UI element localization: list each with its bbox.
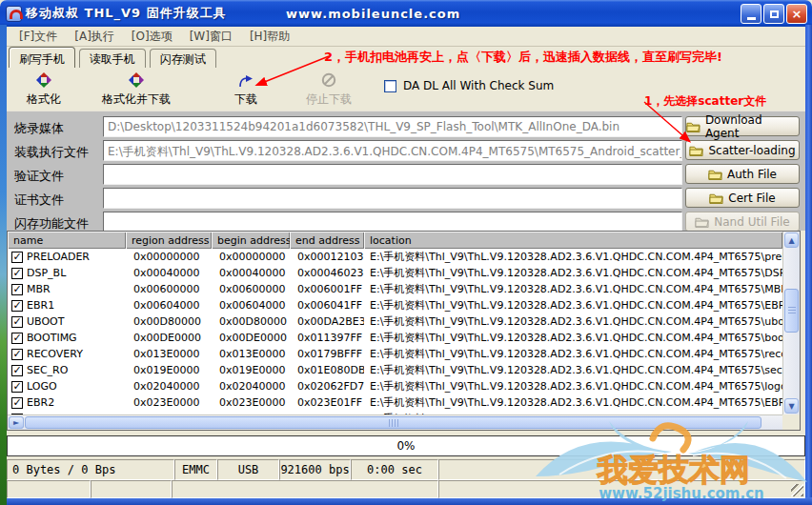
stop-download-button[interactable]: 停止下载 [294,71,363,108]
partition-checkbox[interactable]: ✓ [11,349,23,360]
auth-file-field[interactable] [103,164,682,185]
partition-checkbox[interactable]: ✓ [11,365,23,376]
folder-icon [695,216,709,228]
table-row[interactable]: ✓EBR2 0x023E0000 0x023E0000 0x023E01FF E… [8,394,782,411]
minimize-button[interactable] [741,4,761,24]
menubar: [F]文件 [A]执行 [O]选项 [W]窗口 [H]帮助 [7,27,805,47]
download-agent-label: 烧录媒体 [14,120,64,137]
partition-checkbox[interactable]: ✓ [11,252,23,263]
stop-download-label: 停止下载 [306,91,352,108]
folder-icon [708,169,722,180]
stop-download-icon [321,71,336,88]
table-row[interactable]: ✓LOGO 0x02040000 0x02040000 0x02062FD7 E… [8,378,782,394]
status-empty [172,480,438,498]
cert-file-label: 证书文件 [14,192,64,209]
format-and-download-label: 格式化并下载 [102,91,171,108]
status-baud-rate: 921600 bps [279,459,351,480]
download-agent-field[interactable]: D:\Desktop\1203311524b94201a1d6073582\TH… [103,116,682,137]
menu-action[interactable]: [A]执行 [66,27,123,47]
scroll-down-icon: ▼ [788,402,794,411]
status-storage-type: EMMC [174,459,217,480]
flash-tool-window: 移动叔叔 THL_V9 固件升级工具 www.mobileuncle.com ×… [0,0,812,505]
nand-util-file-field[interactable] [103,212,682,232]
nand-util-file-button[interactable]: Nand Util File [685,212,800,232]
status-connection: USB [217,459,279,480]
statusbar-row1: 0 Bytes / 0 Bps EMMC USB 921600 bps 0:00… [7,459,805,480]
resize-grip[interactable] [791,484,803,496]
cert-file-button[interactable]: Cert File [685,188,800,208]
table-row[interactable]: ✓MBR 0x00600000 0x00600000 0x006001FF E:… [8,281,782,297]
table-row[interactable]: ✓RECOVERY 0x013E0000 0x013E0000 0x0179BF… [8,346,782,362]
partition-checkbox[interactable]: ✓ [11,397,23,409]
scroll-down-button[interactable]: ▼ [784,398,799,414]
vertical-scrollbar[interactable]: ▲ ▼ [782,232,800,414]
status-empty [91,480,172,498]
col-name[interactable]: name [8,232,126,249]
maximize-icon [770,10,779,18]
window-title: 移动叔叔 THL_V9 固件升级工具 [26,5,227,22]
auth-file-button[interactable]: Auth File [685,164,800,184]
partition-checkbox[interactable]: ✓ [11,381,23,393]
maximize-button[interactable] [763,4,784,24]
scroll-right-button[interactable]: ► [9,416,24,429]
table-row[interactable]: ✓SEC_RO 0x019E0000 0x019E0000 0x01E080DB… [8,362,782,378]
partition-checkbox[interactable]: ✓ [11,316,23,328]
auth-file-label: 验证文件 [14,168,64,185]
menu-options[interactable]: [O]选项 [123,27,181,47]
download-agent-button[interactable]: Download Agent [685,116,800,136]
partition-table-header: name region address begin address end ad… [8,232,782,249]
window-bottom-border [7,497,812,505]
cert-file-field[interactable] [103,188,682,209]
table-row[interactable]: ✓DSP_BL 0x00040000 0x00040000 0x00046023… [8,265,782,281]
download-button[interactable]: 下载 [218,71,274,108]
col-begin-address[interactable]: begin address [212,232,290,249]
horizontal-scrollbar-thumb[interactable] [25,416,761,429]
scroll-up-icon: ▲ [788,236,794,245]
col-end-address[interactable]: end address [290,232,364,249]
folder-icon [689,145,703,156]
table-row[interactable]: ✓EBR1 0x00604000 0x00604000 0x006041FF E… [8,297,782,313]
partition-checkbox[interactable]: ✓ [11,300,23,312]
status-transfer: 0 Bytes / 0 Bps [7,459,174,480]
format-label: 格式化 [27,91,61,108]
partition-table: name region address begin address end ad… [7,231,801,431]
status-empty [7,480,91,498]
tab-memory-test[interactable]: 闪存测试 [150,49,216,68]
menu-file[interactable]: [F]文件 [10,27,66,47]
partition-checkbox[interactable]: ✓ [11,333,23,344]
menu-help[interactable]: [H]帮助 [241,27,298,47]
status-elapsed-time: 0:00 sec [351,459,438,480]
table-row[interactable]: ✓BOOTIMG 0x00DE0000 0x00DE0000 0x011397F… [8,330,782,346]
partition-checkbox[interactable]: ✓ [11,268,23,279]
annotation-step1: 1，先选择scatter文件 [644,93,766,110]
table-row[interactable]: ✓UBOOT 0x00D80000 0x00D80000 0x00DA2BE3 … [8,313,782,330]
format-and-download-button[interactable]: 格式化并下载 [91,71,182,108]
scroll-up-button[interactable]: ▲ [784,232,799,248]
format-button[interactable]: 格式化 [14,71,73,108]
tab-read-phone[interactable]: 读取手机 [79,49,146,68]
vertical-scrollbar-thumb[interactable] [784,289,799,333]
menu-window[interactable]: [W]窗口 [181,27,241,47]
scatter-loading-button[interactable]: Scatter-loading [685,140,800,160]
scatter-file-field[interactable]: E:\手机资料\Thl_V9\ThL.V9.120328.AD2.3.6.V1.… [103,140,682,161]
annotation-step2: 2，手机扣电池再安上，点〈下载〉后，迅速插入数据线，直至刷写完毕! [324,49,722,66]
minimize-icon [747,17,756,20]
close-button[interactable]: × [786,4,807,24]
checksum-checkbox[interactable] [384,80,396,92]
folder-icon [709,192,723,204]
titlebar: 移动叔叔 THL_V9 固件升级工具 www.mobileuncle.com × [0,0,812,27]
partition-checkbox[interactable]: ✓ [11,284,23,295]
scroll-right-icon: ► [13,418,19,427]
col-region-address[interactable]: region address [126,232,212,249]
close-icon: × [792,7,802,21]
col-location[interactable]: location [364,232,782,249]
table-row[interactable]: ✓PRELOADER 0x00000000 0x00000000 0x00012… [8,249,782,265]
window-right-border [805,25,812,505]
horizontal-scrollbar[interactable]: ◄ ► [8,414,782,430]
tab-flash-phone[interactable]: 刷写手机 [9,47,75,68]
statusbar-row2 [7,480,805,498]
progress-bar: 0% [7,435,805,456]
checksum-label: DA DL All With Check Sum [403,79,554,92]
status-empty [438,459,805,480]
download-label: 下载 [234,91,257,108]
